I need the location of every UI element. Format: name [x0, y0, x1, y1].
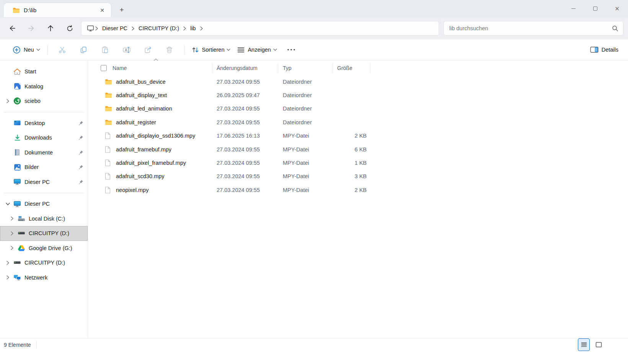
sidebar-item-dokumente[interactable]: Dokumente — [0, 145, 88, 160]
table-row[interactable]: adafruit_framebuf.mpy 27.03.2024 09:55 M… — [88, 143, 628, 156]
table-row[interactable]: adafruit_pixel_framebuf.mpy 27.03.2024 0… — [88, 156, 628, 169]
sidebar-item-label: Bilder — [24, 164, 39, 170]
folder-icon — [12, 6, 20, 14]
file-type: MPY-Datei — [278, 160, 333, 166]
sidebar-item-start[interactable]: Start — [0, 64, 88, 79]
table-row[interactable]: adafruit_register 27.03.2024 09:55 Datei… — [88, 115, 628, 129]
details-pane-button[interactable]: Details — [587, 42, 622, 57]
minimize-button[interactable] — [563, 1, 584, 16]
search-input[interactable] — [449, 25, 612, 31]
copy-button[interactable] — [75, 42, 92, 57]
monitor-icon — [87, 25, 94, 32]
new-tab-button[interactable]: + — [116, 4, 128, 16]
pc-icon — [13, 178, 21, 186]
pin-icon — [78, 150, 83, 155]
breadcrumb-item[interactable]: CIRCUITPY (D:) — [135, 24, 182, 33]
maximize-button[interactable] — [584, 1, 606, 16]
column-headers: Name Änderungsdatum Typ Größe — [88, 61, 628, 75]
sidebar-item-dieser-pc[interactable]: Dieser PC — [0, 175, 88, 190]
sort-button[interactable]: Sortieren — [188, 42, 234, 57]
refresh-button[interactable] — [62, 21, 77, 35]
usb-drive-icon — [13, 259, 21, 266]
sidebar-item-desktop[interactable]: Desktop — [0, 116, 88, 131]
column-label-date: Änderungsdatum — [217, 65, 258, 71]
view-button[interactable]: Anzeigen — [234, 42, 280, 57]
sidebar-item-circuitpy-d-[interactable]: CIRCUITPY (D:) — [0, 226, 88, 241]
sidebar-item-katalog[interactable]: Katalog — [0, 79, 88, 94]
breadcrumb[interactable]: Dieser PCCIRCUITPY (D:)lib — [81, 21, 439, 36]
paste-button[interactable] — [97, 42, 114, 57]
up-button[interactable] — [43, 21, 58, 35]
minimize-icon — [571, 8, 576, 9]
pc-icon — [13, 200, 21, 208]
sidebar-item-bilder[interactable]: Bilder — [0, 160, 88, 175]
breadcrumb-chevron-icon[interactable] — [132, 26, 134, 31]
back-button[interactable] — [5, 21, 20, 35]
chevron-right-icon[interactable] — [9, 216, 15, 221]
column-header-date[interactable]: Änderungsdatum — [212, 63, 278, 73]
column-header-type[interactable]: Typ — [278, 63, 333, 73]
file-type: Dateiordner — [278, 79, 333, 85]
breadcrumb-chevron-icon[interactable] — [200, 26, 203, 31]
sidebar-item-sciebo[interactable]: sciebo — [0, 94, 88, 109]
breadcrumb-chevron-icon[interactable] — [95, 26, 98, 31]
table-row[interactable]: adafruit_display_text 26.09.2025 09:47 D… — [88, 88, 628, 102]
plus-icon — [13, 46, 21, 54]
chevron-right-icon[interactable] — [5, 275, 10, 280]
desktop-icon — [13, 119, 21, 127]
chevron-down-icon — [227, 49, 230, 51]
share-button[interactable] — [140, 42, 157, 57]
sidebar-item-local-disk-c-[interactable]: Local Disk (C:) — [0, 211, 88, 226]
toolbar-separator — [184, 45, 184, 55]
chevron-down-icon[interactable] — [5, 203, 10, 205]
column-header-size[interactable]: Größe — [333, 63, 370, 73]
chevron-right-icon[interactable] — [5, 99, 10, 103]
select-all-checkbox[interactable] — [101, 65, 107, 71]
forward-button[interactable] — [24, 21, 39, 35]
table-row[interactable]: adafruit_scd30.mpy 27.03.2024 09:55 MPY-… — [88, 170, 628, 183]
file-type: Dateiordner — [278, 106, 333, 112]
file-date: 27.03.2024 09:55 — [212, 79, 278, 85]
sidebar-item-dieser-pc[interactable]: Dieser PC — [0, 197, 88, 211]
file-date: 27.03.2024 09:55 — [212, 187, 278, 193]
table-row[interactable]: adafruit_displayio_ssd1306.mpy 17.06.202… — [88, 129, 628, 143]
breadcrumb-item[interactable]: Dieser PC — [99, 24, 130, 33]
sciebo-icon — [13, 97, 21, 105]
column-header-name[interactable]: Name — [88, 63, 212, 73]
table-row[interactable]: adafruit_led_animation 27.03.2024 09:55 … — [88, 102, 628, 115]
column-label-type: Typ — [283, 65, 292, 71]
close-tab-button[interactable]: ✕ — [97, 5, 107, 15]
cut-button[interactable] — [54, 42, 71, 57]
rename-button[interactable] — [118, 42, 135, 57]
search-box[interactable] — [444, 21, 623, 36]
sidebar-item-netzwerk[interactable]: Netzwerk — [0, 270, 88, 285]
sidebar-item-label: Dieser PC — [24, 179, 50, 185]
tab-d-lib[interactable]: D:\lib ✕ — [4, 3, 111, 17]
chevron-right-icon[interactable] — [5, 261, 10, 265]
sidebar-item-circuitpy-d-[interactable]: CIRCUITPY (D:) — [0, 255, 88, 270]
details-pane-label: Details — [602, 47, 618, 53]
delete-button[interactable] — [161, 42, 178, 57]
close-window-button[interactable]: ✕ — [606, 1, 628, 16]
table-row[interactable]: neopixel.mpy 27.03.2024 09:55 MPY-Datei … — [88, 183, 628, 197]
breadcrumb-chevron-icon[interactable] — [183, 26, 186, 31]
file-list-pane: Name Änderungsdatum Typ Größe adafruit_b… — [88, 60, 628, 338]
folder-icon — [105, 79, 112, 85]
command-toolbar: Neu Sortieren Anzeigen — [0, 39, 628, 60]
file-size: 1 KB — [333, 160, 370, 166]
chevron-right-icon[interactable] — [9, 246, 15, 250]
more-options-button[interactable] — [283, 42, 300, 57]
thumbnail-view-button[interactable] — [593, 338, 605, 351]
table-row[interactable]: adafruit_bus_device 27.03.2024 09:55 Dat… — [88, 75, 628, 88]
file-icon — [105, 173, 112, 180]
new-button[interactable]: Neu — [9, 42, 44, 57]
breadcrumb-item[interactable]: lib — [187, 24, 199, 33]
status-separator — [36, 341, 37, 349]
sidebar-item-downloads[interactable]: Downloads — [0, 130, 88, 145]
details-view-button[interactable] — [578, 338, 590, 351]
file-icon — [105, 146, 112, 153]
sidebar-item-google-drive-g-[interactable]: Google Drive (G:) — [0, 241, 88, 256]
chevron-right-icon[interactable] — [9, 231, 15, 236]
pin-icon — [78, 165, 83, 170]
search-icon[interactable] — [612, 25, 618, 32]
